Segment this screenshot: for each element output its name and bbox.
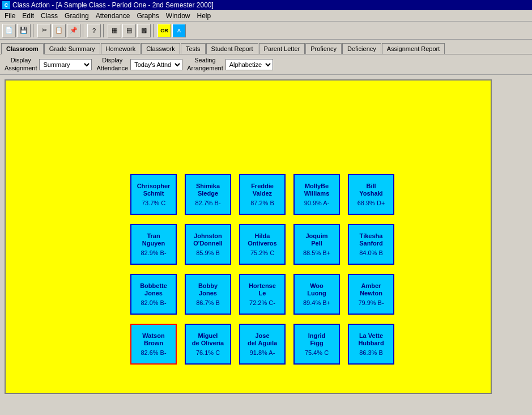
title-bar: C Class Action - [A Sample Class - Perio… bbox=[0, 0, 532, 10]
student-grade: 90.9% A- bbox=[304, 200, 330, 206]
toolbar: 📄 💾 ✂ 📋 📌 ? ▦ ▤ ▩ GR A bbox=[0, 22, 532, 40]
student-grade: 84.0% B bbox=[359, 249, 383, 256]
student-grade: 86.7% B bbox=[196, 299, 220, 306]
student-name: Ingrid Figg bbox=[308, 332, 326, 347]
tab-deficiency[interactable]: Deficiency bbox=[342, 43, 381, 54]
student-card[interactable]: Hilda Ontiveros75.2% C bbox=[239, 224, 286, 265]
display-attendance-label: Display Attendance bbox=[96, 57, 128, 71]
tab-assignment-report[interactable]: Assignment Report bbox=[382, 43, 445, 54]
student-card[interactable]: Bobbette Jones82.0% B- bbox=[130, 274, 177, 315]
student-grade: 91.8% A- bbox=[250, 349, 275, 356]
student-grade: 68.9% D+ bbox=[357, 200, 385, 206]
student-grade: 75.2% C bbox=[250, 249, 274, 256]
student-grade: 86.3% B bbox=[359, 349, 383, 356]
student-card[interactable]: Woo Luong89.4% B+ bbox=[293, 274, 340, 315]
student-name: Tran Nguyen bbox=[142, 232, 165, 247]
display-assignment-label: Display Assignment bbox=[5, 57, 37, 71]
student-name: MollyBe Williams bbox=[304, 183, 330, 197]
menu-item-attendance[interactable]: Attendance bbox=[92, 11, 134, 21]
student-grid: Chrisopher Schmit73.7% CShimika Sledge82… bbox=[130, 174, 398, 369]
student-name: Bill Yoshaki bbox=[359, 183, 382, 197]
display-assignment-group: Display Assignment SummaryAssignment 1As… bbox=[5, 57, 92, 71]
app-icon: C bbox=[2, 1, 10, 9]
toolbar-separator-4 bbox=[153, 24, 155, 37]
tab-classwork[interactable]: Classwork bbox=[141, 43, 180, 54]
student-card[interactable]: Hortense Le72.2% C- bbox=[239, 274, 286, 315]
student-card[interactable]: Watson Brown82.6% B- bbox=[130, 324, 177, 365]
seating-arrangement-select[interactable]: AlphabetizeCustomRandom bbox=[225, 59, 273, 70]
student-card[interactable]: Shimika Sledge82.7% B- bbox=[185, 174, 231, 215]
toolbar-separator-3 bbox=[103, 24, 105, 37]
student-grade: 82.0% B- bbox=[141, 299, 166, 306]
student-name: Watson Brown bbox=[142, 332, 164, 347]
student-card[interactable]: Amber Newton79.9% B- bbox=[348, 274, 394, 315]
menu-item-class[interactable]: Class bbox=[37, 11, 61, 21]
student-grade: 82.9% B- bbox=[141, 249, 166, 256]
student-name: Woo Luong bbox=[307, 282, 326, 297]
tab-tests[interactable]: Tests bbox=[181, 43, 206, 54]
student-grade: 79.9% B- bbox=[358, 299, 384, 306]
tab-homework[interactable]: Homework bbox=[101, 43, 141, 54]
student-name: Hilda Ontiveros bbox=[248, 232, 276, 247]
student-card[interactable]: Bobby Jones86.7% B bbox=[185, 274, 231, 315]
menu-item-help[interactable]: Help bbox=[194, 11, 215, 21]
student-card[interactable]: MollyBe Williams90.9% A- bbox=[293, 174, 340, 215]
display-attendance-select[interactable]: Today's AttndAllNone bbox=[130, 59, 182, 70]
student-card[interactable]: Tikesha Sanford84.0% B bbox=[348, 224, 394, 265]
student-card[interactable]: Bill Yoshaki68.9% D+ bbox=[348, 174, 394, 215]
student-name: Jose del Aguila bbox=[248, 332, 277, 347]
tab-parent-letter[interactable]: Parent Letter bbox=[259, 43, 305, 54]
controls-bar: Display Assignment SummaryAssignment 1As… bbox=[0, 54, 532, 75]
student-card[interactable]: Johnston O'Donnell85.9% B bbox=[185, 224, 231, 265]
student-name: Chrisopher Schmit bbox=[137, 183, 171, 197]
student-card[interactable]: Freddie Valdez87.2% B bbox=[239, 174, 286, 215]
display-attendance-group: Display Attendance Today's AttndAllNone bbox=[96, 57, 182, 71]
student-card[interactable]: Miguel de Oliveria76.1% C bbox=[185, 324, 231, 365]
menu-item-window[interactable]: Window bbox=[163, 11, 194, 21]
view-button[interactable]: ▤ bbox=[122, 24, 136, 37]
menu-item-grading[interactable]: Grading bbox=[61, 11, 92, 21]
toolbar-separator-2 bbox=[83, 24, 85, 37]
tab-student-report[interactable]: Student Report bbox=[206, 43, 258, 54]
student-card[interactable]: Jose del Aguila91.8% A- bbox=[239, 324, 286, 365]
student-card[interactable]: La Vette Hubbard86.3% B bbox=[348, 324, 394, 365]
copy-button[interactable]: 📋 bbox=[52, 24, 66, 37]
seating-arrangement-group: Seating Arrangement AlphabetizeCustomRan… bbox=[187, 57, 273, 71]
student-name: Bobbette Jones bbox=[140, 282, 167, 297]
list-button[interactable]: ▩ bbox=[137, 24, 151, 37]
grade-button[interactable]: GR bbox=[158, 24, 171, 37]
student-name: Hortense Le bbox=[249, 282, 276, 297]
student-name: Tikesha Sanford bbox=[359, 232, 383, 247]
menu-item-graphs[interactable]: Graphs bbox=[133, 11, 162, 21]
new-button[interactable]: 📄 bbox=[2, 24, 16, 37]
assign-button[interactable]: A bbox=[172, 24, 186, 37]
tab-grade-summary[interactable]: Grade Summary bbox=[44, 43, 100, 54]
display-assignment-select[interactable]: SummaryAssignment 1Assignment 2 bbox=[39, 59, 92, 70]
student-name: La Vette Hubbard bbox=[358, 332, 384, 347]
tab-classroom[interactable]: Classroom bbox=[1, 43, 44, 54]
menu-bar: FileEditClassGradingAttendanceGraphsWind… bbox=[0, 10, 532, 22]
student-grade: 72.2% C- bbox=[249, 299, 275, 306]
student-grade: 82.7% B- bbox=[195, 200, 220, 206]
student-name: Amber Newton bbox=[360, 282, 382, 297]
student-card[interactable]: Tran Nguyen82.9% B- bbox=[130, 224, 177, 265]
main-area: Chrisopher Schmit73.7% CShimika Sledge82… bbox=[0, 75, 532, 399]
student-name: Miguel de Oliveria bbox=[192, 332, 224, 347]
menu-item-edit[interactable]: Edit bbox=[19, 11, 37, 21]
tab-profiency[interactable]: Profiency bbox=[305, 43, 342, 54]
grid-button[interactable]: ▦ bbox=[108, 24, 121, 37]
student-name: Shimika Sledge bbox=[196, 183, 220, 197]
student-name: Bobby Jones bbox=[198, 282, 218, 297]
student-card[interactable]: Joquim Pell88.5% B+ bbox=[293, 224, 340, 265]
paste-button[interactable]: 📌 bbox=[67, 24, 80, 37]
classroom: Chrisopher Schmit73.7% CShimika Sledge82… bbox=[5, 79, 492, 394]
title-text: Class Action - [A Sample Class - Period … bbox=[12, 1, 214, 9]
help-button[interactable]: ? bbox=[87, 24, 101, 37]
menu-item-file[interactable]: File bbox=[1, 11, 19, 21]
save-button[interactable]: 💾 bbox=[17, 24, 31, 37]
tabs: ClassroomGrade SummaryHomeworkClassworkT… bbox=[0, 40, 532, 54]
student-grade: 85.9% B bbox=[196, 249, 220, 256]
cut-button[interactable]: ✂ bbox=[37, 24, 51, 37]
student-card[interactable]: Ingrid Figg75.4% C bbox=[293, 324, 340, 365]
student-card[interactable]: Chrisopher Schmit73.7% C bbox=[130, 174, 177, 215]
